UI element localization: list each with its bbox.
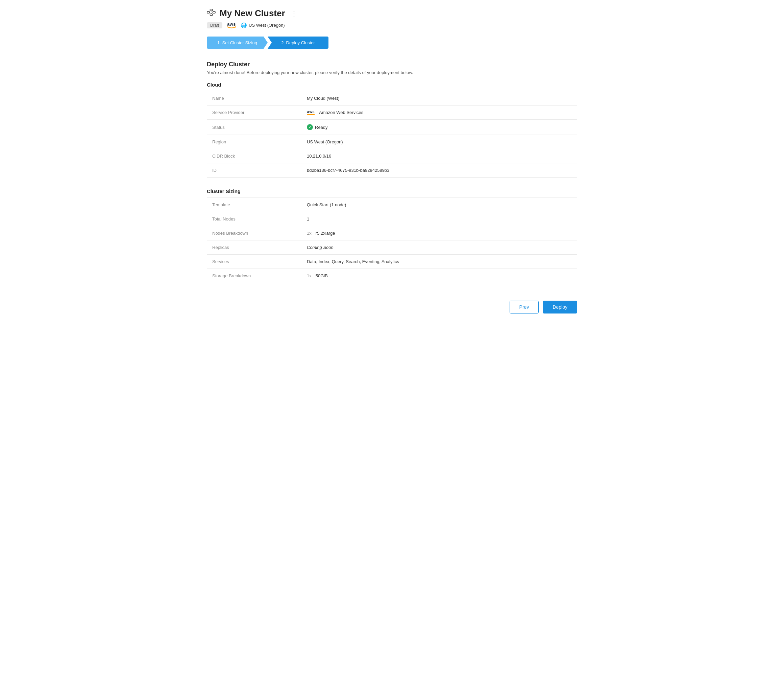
table-row: Template Quick Start (1 node) [207,198,577,212]
cluster-sizing-section: Cluster Sizing Template Quick Start (1 n… [207,188,577,283]
row-value: Ready [301,120,577,135]
aws-logo: aws [226,22,237,28]
stepper: 1. Set Cluster Sizing 2. Deploy Cluster [207,36,328,49]
status-dot-icon [307,124,313,130]
row-label: Name [207,91,301,106]
table-row: Storage Breakdown 1x 50GiB [207,269,577,283]
row-label: Template [207,198,301,212]
table-row: ID bd2ba136-bcf7-4675-931b-ba92842589b3 [207,164,577,178]
table-row: Region US West (Oregon) [207,135,577,149]
section-header: Deploy Cluster You're almost done! Befor… [207,61,577,75]
row-value: 1 [301,212,577,226]
row-value: 1x 50GiB [301,269,577,283]
more-options-icon[interactable]: ⋮ [291,10,297,18]
region-label: 🌐 US West (Oregon) [240,22,285,28]
table-row: Services Data, Index, Query, Search, Eve… [207,254,577,269]
table-row: Service Provider aws Amazon Web Services [207,106,577,120]
row-value: 1x r5.2xlarge [301,226,577,240]
row-label: Nodes Breakdown [207,226,301,240]
row-label: Storage Breakdown [207,269,301,283]
table-row: CIDR Block 10.21.0.0/16 [207,149,577,164]
row-label: Service Provider [207,106,301,120]
svg-rect-0 [207,12,209,13]
storage-breakdown-cell: 1x 50GiB [307,273,572,278]
cloud-section: Cloud Name My Cloud (West) Service Provi… [207,82,577,178]
cluster-icon [207,9,216,18]
step-2[interactable]: 2. Deploy Cluster [268,36,328,49]
row-value: Data, Index, Query, Search, Eventing, An… [301,254,577,269]
table-row: Total Nodes 1 [207,212,577,226]
footer: Prev Deploy [207,294,577,316]
row-value: Coming Soon [301,240,577,254]
cluster-sizing-title: Cluster Sizing [207,188,577,194]
header: My New Cluster ⋮ [207,8,577,18]
svg-rect-3 [210,14,212,16]
table-row: Nodes Breakdown 1x r5.2xlarge [207,226,577,240]
prev-button[interactable]: Prev [510,301,539,314]
row-label: Services [207,254,301,269]
cloud-section-title: Cloud [207,82,577,88]
row-label: Region [207,135,301,149]
table-row: Name My Cloud (West) [207,91,577,106]
svg-rect-2 [210,9,212,11]
status-cell: Ready [307,124,572,130]
row-value: 10.21.0.0/16 [301,149,577,164]
row-label: CIDR Block [207,149,301,164]
row-label: Status [207,120,301,135]
meta-row: Draft aws 🌐 US West (Oregon) [207,22,577,28]
globe-icon: 🌐 [240,22,247,28]
provider-cell: aws Amazon Web Services [307,110,572,115]
svg-rect-1 [213,12,215,13]
aws-inline-logo: aws [307,110,315,115]
cluster-sizing-table: Template Quick Start (1 node) Total Node… [207,198,577,283]
row-label: Total Nodes [207,212,301,226]
row-value: bd2ba136-bcf7-4675-931b-ba92842589b3 [301,164,577,178]
cloud-table: Name My Cloud (West) Service Provider aw… [207,91,577,178]
table-row: Replicas Coming Soon [207,240,577,254]
nodes-breakdown-cell: 1x r5.2xlarge [307,231,572,236]
row-label: Replicas [207,240,301,254]
step-1[interactable]: 1. Set Cluster Sizing [207,36,268,49]
page-container: My New Cluster ⋮ Draft aws 🌐 US West (Or… [196,0,588,324]
row-label: ID [207,164,301,178]
deploy-cluster-subtitle: You're almost done! Before deploying you… [207,70,577,75]
table-row: Status Ready [207,120,577,135]
page-title: My New Cluster [220,8,285,18]
row-value: My Cloud (West) [301,91,577,106]
deploy-cluster-title: Deploy Cluster [207,61,577,68]
row-value: aws Amazon Web Services [301,106,577,120]
row-value: Quick Start (1 node) [301,198,577,212]
deploy-button[interactable]: Deploy [543,301,577,314]
row-value: US West (Oregon) [301,135,577,149]
status-badge: Draft [207,22,222,28]
